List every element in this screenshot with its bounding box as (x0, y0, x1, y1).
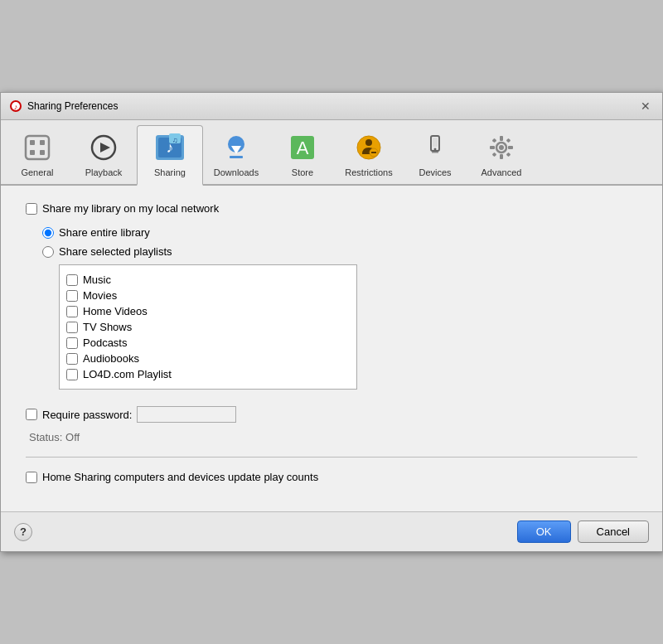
share-selected-radio[interactable] (42, 246, 54, 258)
general-icon (21, 131, 54, 164)
tab-advanced-label: Advanced (482, 167, 522, 177)
playlist-checkbox-5[interactable] (66, 353, 78, 365)
restrictions-icon (352, 131, 385, 164)
require-password-label[interactable]: Require password: (42, 409, 132, 421)
svg-text:♪: ♪ (14, 103, 18, 111)
svg-marker-9 (100, 143, 110, 153)
tab-devices-label: Devices (419, 167, 451, 177)
playlist-label-4[interactable]: Podcasts (83, 337, 127, 349)
svg-rect-37 (506, 153, 511, 157)
list-item: Music (66, 272, 350, 288)
tab-restrictions-label: Restrictions (345, 167, 392, 177)
ok-button[interactable]: OK (517, 521, 571, 543)
svg-text:♫: ♫ (172, 136, 178, 144)
share-selected-label[interactable]: Share selected playlists (59, 245, 172, 258)
list-item: TV Shows (66, 319, 350, 335)
help-button[interactable]: ? (14, 523, 32, 541)
content-area: Share my library on my local network Sha… (1, 186, 662, 511)
svg-rect-25 (433, 138, 438, 147)
devices-icon (419, 131, 452, 164)
svg-rect-30 (500, 136, 503, 141)
list-item: LO4D.com Playlist (66, 366, 350, 382)
share-entire-label[interactable]: Share entire library (59, 226, 150, 239)
divider (26, 457, 637, 458)
svg-text:A: A (297, 138, 309, 158)
home-sharing-row: Home Sharing computers and devices updat… (26, 471, 637, 483)
list-item: Audiobooks (66, 351, 350, 366)
store-icon: A (286, 131, 319, 164)
downloads-icon (220, 131, 253, 164)
tab-downloads[interactable]: Downloads (203, 125, 269, 186)
svg-rect-5 (40, 140, 45, 145)
home-sharing-checkbox[interactable] (26, 472, 37, 483)
svg-rect-4 (30, 140, 35, 145)
password-input[interactable] (137, 406, 236, 423)
require-password-row: Require password: (26, 406, 637, 423)
share-selected-row: Share selected playlists (42, 245, 637, 258)
svg-point-26 (434, 148, 437, 151)
svg-rect-33 (508, 146, 513, 149)
status-label: Status: (29, 431, 62, 443)
playlist-checkbox-1[interactable] (66, 290, 78, 302)
share-library-checkbox[interactable] (26, 203, 37, 215)
list-item: Podcasts (66, 335, 350, 351)
share-entire-row: Share entire library (42, 226, 637, 239)
tab-store-label: Store (292, 167, 313, 177)
close-button[interactable]: ✕ (637, 98, 654, 114)
preferences-window: ♪ Sharing Preferences ✕ General (0, 92, 663, 552)
tab-playback-label: Playback (85, 167, 123, 177)
playlist-checkbox-6[interactable] (66, 369, 78, 380)
svg-rect-17 (230, 156, 243, 158)
status-value: Off (65, 431, 80, 443)
share-library-label[interactable]: Share my library on my local network (42, 202, 219, 215)
tab-sharing-label: Sharing (154, 167, 186, 177)
status-row: Status: Off (29, 431, 637, 443)
playlist-label-5[interactable]: Audiobooks (83, 352, 139, 365)
home-sharing-label[interactable]: Home Sharing computers and devices updat… (42, 471, 318, 483)
playlist-checkbox-3[interactable] (66, 322, 78, 333)
svg-point-29 (499, 145, 504, 150)
svg-rect-36 (492, 153, 497, 157)
tab-general[interactable]: General (4, 125, 70, 186)
playlist-label-1[interactable]: Movies (83, 289, 117, 302)
svg-rect-32 (490, 146, 495, 149)
svg-rect-3 (26, 136, 49, 159)
tab-downloads-label: Downloads (214, 167, 259, 177)
svg-rect-31 (500, 154, 503, 159)
title-bar-left: ♪ Sharing Preferences (9, 99, 118, 113)
tab-general-label: General (21, 167, 53, 177)
playlist-label-3[interactable]: TV Shows (83, 321, 132, 333)
svg-rect-27 (432, 152, 438, 153)
list-item: Home Videos (66, 303, 350, 319)
list-item: Movies (66, 288, 350, 303)
playlist-list: MusicMoviesHome VideosTV ShowsPodcastsAu… (59, 264, 357, 390)
tab-playback[interactable]: Playback (70, 125, 137, 186)
tab-advanced[interactable]: Advanced (468, 125, 535, 186)
share-library-row: Share my library on my local network (26, 202, 637, 215)
playlist-checkbox-2[interactable] (66, 306, 78, 317)
playback-icon (87, 131, 120, 164)
bottom-bar: ? OK Cancel (1, 511, 662, 551)
playlist-checkbox-4[interactable] (66, 337, 78, 349)
tab-devices[interactable]: Devices (402, 125, 468, 186)
svg-rect-35 (506, 138, 511, 143)
tab-store[interactable]: A Store (269, 125, 336, 186)
cancel-button[interactable]: Cancel (578, 521, 649, 543)
tab-sharing[interactable]: ♪ ♫ Sharing (137, 125, 203, 186)
playlist-label-2[interactable]: Home Videos (83, 305, 148, 317)
app-icon: ♪ (9, 99, 22, 113)
playlist-label-0[interactable]: Music (83, 274, 111, 286)
playlist-label-6[interactable]: LO4D.com Playlist (83, 368, 172, 380)
tab-restrictions[interactable]: Restrictions (336, 125, 402, 186)
advanced-icon (485, 131, 518, 164)
svg-point-21 (365, 139, 372, 146)
title-bar: ♪ Sharing Preferences ✕ (1, 93, 662, 120)
share-entire-radio[interactable] (42, 227, 54, 239)
window-title: Sharing Preferences (27, 100, 118, 112)
svg-rect-34 (492, 138, 497, 143)
playlist-checkbox-0[interactable] (66, 274, 78, 286)
toolbar: General Playback ♪ ♫ (1, 120, 662, 186)
require-password-checkbox[interactable] (26, 409, 37, 420)
svg-rect-7 (40, 150, 45, 155)
sharing-icon: ♪ ♫ (153, 131, 186, 164)
